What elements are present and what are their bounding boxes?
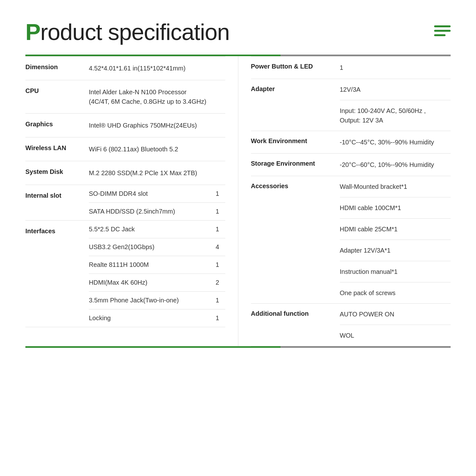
- spec-row-wireless: Wireless LAN WiFi 6 (802.11ax) Bluetooth…: [25, 137, 225, 161]
- value-wol: WOL: [340, 331, 451, 340]
- label-disk: System Disk: [25, 168, 83, 175]
- internal-sub-sata: SATA HDD/SSD (2.5inch7mm) 1: [89, 203, 225, 220]
- count-jack: 1: [216, 297, 225, 304]
- value-disk: M.2 2280 SSD(M.2 PCle 1X Max 2TB): [89, 168, 225, 178]
- count-usb: 4: [216, 243, 225, 251]
- label-cpu: CPU: [25, 87, 83, 95]
- value-acc-hdmi25: HDMI cable 25CM*1: [340, 224, 451, 234]
- label-wireless: Wireless LAN: [25, 144, 83, 152]
- label-power: Power Button & LED: [251, 63, 334, 70]
- label-additional: Additional function: [251, 304, 334, 346]
- value-acc-manual: Instruction manual*1: [340, 267, 451, 276]
- value-hdmi: HDMI(Max 4K 60Hz): [89, 279, 216, 286]
- spec-row-cpu: CPU Intel Alder Lake-N N100 Processor(4C…: [25, 80, 225, 114]
- label-interfaces: Interfaces: [25, 221, 83, 327]
- value-dimm: SO-DIMM DDR4 slot: [89, 190, 216, 197]
- add-auto-power: AUTO POWER ON: [340, 304, 451, 325]
- count-dimm: 1: [216, 190, 225, 197]
- title-p: P: [25, 19, 40, 45]
- left-column: Dimension 4.52*4.01*1.61 in(115*102*41mm…: [25, 56, 238, 346]
- iface-jack: 3.5mm Phone Jack(Two-in-one) 1: [89, 292, 225, 309]
- spec-row-work-env: Work Environment -10°C--45°C, 30%--90% H…: [251, 131, 451, 154]
- count-hdmi: 2: [216, 279, 225, 286]
- iface-dc: 5.5*2.5 DC Jack 1: [89, 221, 225, 238]
- value-adapter-2: Input: 100-240V AC, 50/60Hz ,Output: 12V…: [340, 106, 451, 125]
- add-wol: WOL: [340, 325, 451, 346]
- internal-sub-dimm: SO-DIMM DDR4 slot 1: [89, 185, 225, 203]
- acc-manual: Instruction manual*1: [340, 261, 451, 282]
- value-acc-wall: Wall-Mounted bracket*1: [340, 182, 451, 191]
- menu-line-2: [434, 30, 451, 32]
- acc-wall: Wall-Mounted bracket*1: [340, 176, 451, 197]
- spec-row-dimension: Dimension 4.52*4.01*1.61 in(115*102*41mm…: [25, 56, 225, 80]
- label-accessories: Accessories: [251, 176, 334, 303]
- count-lock: 1: [216, 314, 225, 322]
- value-dimension: 4.52*4.01*1.61 in(115*102*41mm): [89, 63, 225, 73]
- value-power: 1: [340, 63, 451, 72]
- spec-row-graphics: Graphics Intel® UHD Graphics 750MHz(24EU…: [25, 114, 225, 137]
- page-title: Product specification: [25, 19, 229, 45]
- value-adapter-1: 12V/3A: [340, 85, 451, 94]
- adapter-values: 12V/3A Input: 100-240V AC, 50/60Hz ,Outp…: [340, 79, 451, 131]
- value-wireless: WiFi 6 (802.11ax) Bluetooth 5.2: [89, 144, 225, 154]
- adapter-sub-2: Input: 100-240V AC, 50/60Hz ,Output: 12V…: [340, 100, 451, 131]
- count-sata: 1: [216, 208, 225, 215]
- page-header: Product specification: [25, 19, 451, 45]
- spec-row-storage-env: Storage Environment -20°C--60°C, 10%--90…: [251, 154, 451, 176]
- label-graphics: Graphics: [25, 121, 83, 128]
- additional-values: AUTO POWER ON WOL: [340, 304, 451, 346]
- acc-hdmi25: HDMI cable 25CM*1: [340, 219, 451, 240]
- adapter-group: Adapter 12V/3A Input: 100-240V AC, 50/60…: [251, 79, 451, 131]
- label-adapter: Adapter: [251, 79, 334, 131]
- value-acc-hdmi100: HDMI cable 100CM*1: [340, 203, 451, 213]
- bottom-border: [25, 346, 451, 348]
- spec-row-power: Power Button & LED 1: [251, 56, 451, 79]
- interfaces-group: Interfaces 5.5*2.5 DC Jack 1 USB3.2 Gen2…: [25, 221, 225, 327]
- value-dc: 5.5*2.5 DC Jack: [89, 226, 216, 233]
- internal-slot-group: Internal slot SO-DIMM DDR4 slot 1 SATA H…: [25, 185, 225, 221]
- iface-hdmi: HDMI(Max 4K 60Hz) 2: [89, 274, 225, 292]
- value-work-env: -10°C--45°C, 30%--90% Humidity: [340, 137, 451, 147]
- value-storage-env: -20°C--60°C, 10%--90% Humidity: [340, 160, 451, 169]
- menu-icon[interactable]: [434, 25, 451, 36]
- interfaces-values: 5.5*2.5 DC Jack 1 USB3.2 Gen2(10Gbps) 4 …: [89, 221, 225, 327]
- value-sata: SATA HDD/SSD (2.5inch7mm): [89, 208, 216, 215]
- acc-hdmi100: HDMI cable 100CM*1: [340, 197, 451, 219]
- iface-lock: Locking 1: [89, 309, 225, 327]
- value-cpu: Intel Alder Lake-N N100 Processor(4C/4T,…: [89, 87, 225, 106]
- accessories-values: Wall-Mounted bracket*1 HDMI cable 100CM*…: [340, 176, 451, 303]
- accessories-group: Accessories Wall-Mounted bracket*1 HDMI …: [251, 176, 451, 304]
- count-lan: 1: [216, 261, 225, 268]
- value-lan: Realte 8111H 1000M: [89, 261, 216, 268]
- menu-line-3: [434, 34, 446, 36]
- menu-line-1: [434, 25, 451, 27]
- adapter-sub-1: 12V/3A: [340, 79, 451, 100]
- value-lock: Locking: [89, 314, 216, 322]
- value-acc-screws: One pack of screws: [340, 288, 451, 298]
- value-graphics: Intel® UHD Graphics 750MHz(24EUs): [89, 121, 225, 130]
- right-column: Power Button & LED 1 Adapter 12V/3A Inpu…: [238, 56, 451, 346]
- count-dc: 1: [216, 226, 225, 233]
- acc-screws: One pack of screws: [340, 282, 451, 303]
- iface-usb: USB3.2 Gen2(10Gbps) 4: [89, 238, 225, 256]
- iface-lan: Realte 8111H 1000M 1: [89, 256, 225, 274]
- value-usb: USB3.2 Gen2(10Gbps): [89, 243, 216, 251]
- value-jack: 3.5mm Phone Jack(Two-in-one): [89, 297, 216, 304]
- value-auto-power: AUTO POWER ON: [340, 309, 451, 319]
- label-work-env: Work Environment: [251, 137, 334, 145]
- spec-table: Dimension 4.52*4.01*1.61 in(115*102*41mm…: [25, 56, 451, 346]
- label-storage-env: Storage Environment: [251, 160, 334, 167]
- label-dimension: Dimension: [25, 63, 83, 71]
- label-internal-slot: Internal slot: [25, 185, 83, 220]
- value-acc-adapter: Adapter 12V/3A*1: [340, 246, 451, 255]
- spec-row-disk: System Disk M.2 2280 SSD(M.2 PCle 1X Max…: [25, 161, 225, 185]
- internal-slot-values: SO-DIMM DDR4 slot 1 SATA HDD/SSD (2.5inc…: [89, 185, 225, 220]
- title-rest: roduct specification: [40, 19, 229, 45]
- acc-adapter: Adapter 12V/3A*1: [340, 240, 451, 261]
- additional-group: Additional function AUTO POWER ON WOL: [251, 304, 451, 346]
